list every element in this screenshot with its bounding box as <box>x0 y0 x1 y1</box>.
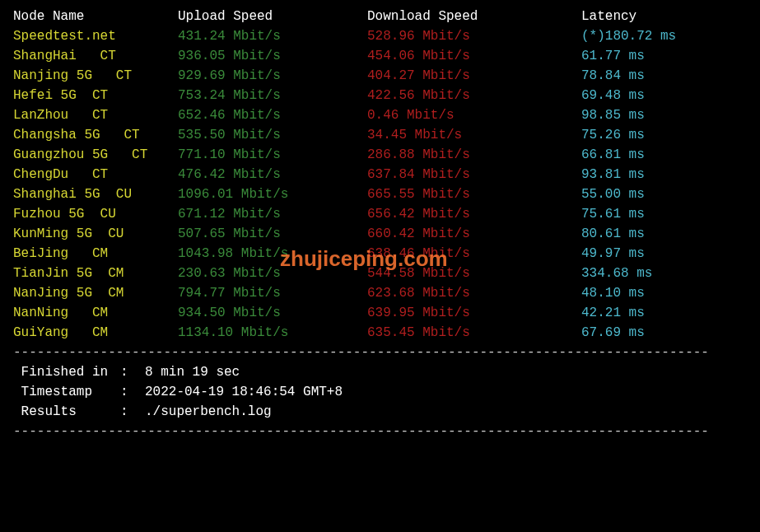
download-speed: 404.27 Mbit/s <box>367 66 581 86</box>
footer-results: Results : ./superbench.log <box>13 402 747 422</box>
node-name: ChengDu CT <box>13 165 178 184</box>
table-row: Shanghai 5G CU1096.01 Mbit/s665.55 Mbit/… <box>13 184 747 204</box>
download-speed: 665.55 Mbit/s <box>367 184 581 204</box>
table-row: Changsha 5G CT535.50 Mbit/s34.45 Mbit/s7… <box>13 125 747 145</box>
footer-sep: : <box>120 382 145 402</box>
upload-speed: 507.65 Mbit/s <box>178 224 367 244</box>
download-speed: 0.46 Mbit/s <box>367 105 581 125</box>
latency-value: 48.10 ms <box>581 283 645 303</box>
header-latency: Latency <box>581 7 636 26</box>
header-download: Download Speed <box>367 7 581 26</box>
upload-speed: 671.12 Mbit/s <box>178 204 367 224</box>
footer-timestamp: Timestamp : 2022-04-19 18:46:54 GMT+8 <box>13 382 747 402</box>
table-row: LanZhou CT652.46 Mbit/s0.46 Mbit/s98.85 … <box>13 105 747 125</box>
footer-finished-label: Finished in <box>13 362 120 382</box>
node-name: KunMing 5G CU <box>13 224 178 244</box>
upload-speed: 929.69 Mbit/s <box>178 66 367 86</box>
latency-value: 55.00 ms <box>581 184 645 204</box>
upload-speed: 753.24 Mbit/s <box>178 86 367 105</box>
download-speed: 638.46 Mbit/s <box>367 244 581 264</box>
table-row: ChengDu CT476.42 Mbit/s637.84 Mbit/s93.8… <box>13 165 747 184</box>
latency-value: 69.48 ms <box>581 86 645 105</box>
footer-results-value: ./superbench.log <box>145 402 272 422</box>
latency-value: 66.81 ms <box>581 145 645 165</box>
header-upload: Upload Speed <box>178 7 367 26</box>
upload-speed: 535.50 Mbit/s <box>178 125 367 145</box>
footer-timestamp-label: Timestamp <box>13 382 120 402</box>
table-row: Hefei 5G CT753.24 Mbit/s422.56 Mbit/s69.… <box>13 86 747 105</box>
table-row: NanNing CM934.50 Mbit/s639.95 Mbit/s42.2… <box>13 303 747 323</box>
upload-speed: 230.63 Mbit/s <box>178 264 367 283</box>
node-name: Hefei 5G CT <box>13 86 178 105</box>
latency-value: 98.85 ms <box>581 105 645 125</box>
latency-value: 42.21 ms <box>581 303 645 323</box>
speedtest-table-body: Speedtest.net431.24 Mbit/s528.96 Mbit/s(… <box>13 26 747 343</box>
table-row: ShangHai CT936.05 Mbit/s454.06 Mbit/s61.… <box>13 46 747 66</box>
node-name: TianJin 5G CM <box>13 264 178 283</box>
table-row: BeiJing CM1043.98 Mbit/s638.46 Mbit/s49.… <box>13 244 747 264</box>
upload-speed: 1134.10 Mbit/s <box>178 323 367 343</box>
download-speed: 660.42 Mbit/s <box>367 224 581 244</box>
divider-line: ----------------------------------------… <box>13 343 747 362</box>
upload-speed: 934.50 Mbit/s <box>178 303 367 323</box>
latency-value: (*)180.72 ms <box>581 26 676 46</box>
header-node: Node Name <box>13 7 178 26</box>
table-header-row: Node Name Upload Speed Download Speed La… <box>13 7 747 26</box>
node-name: Changsha 5G CT <box>13 125 178 145</box>
node-name: Guangzhou 5G CT <box>13 145 178 165</box>
download-speed: 639.95 Mbit/s <box>367 303 581 323</box>
table-row: Speedtest.net431.24 Mbit/s528.96 Mbit/s(… <box>13 26 747 46</box>
node-name: Shanghai 5G CU <box>13 184 178 204</box>
latency-value: 78.84 ms <box>581 66 645 86</box>
upload-speed: 476.42 Mbit/s <box>178 165 367 184</box>
download-speed: 635.45 Mbit/s <box>367 323 581 343</box>
download-speed: 656.42 Mbit/s <box>367 204 581 224</box>
download-speed: 286.88 Mbit/s <box>367 145 581 165</box>
node-name: Fuzhou 5G CU <box>13 204 178 224</box>
upload-speed: 936.05 Mbit/s <box>178 46 367 66</box>
node-name: NanJing 5G CM <box>13 283 178 303</box>
latency-value: 49.97 ms <box>581 244 645 264</box>
latency-value: 80.61 ms <box>581 224 645 244</box>
table-row: Guangzhou 5G CT771.10 Mbit/s286.88 Mbit/… <box>13 145 747 165</box>
footer-sep: : <box>120 402 145 422</box>
node-name: LanZhou CT <box>13 105 178 125</box>
latency-value: 75.26 ms <box>581 125 645 145</box>
upload-speed: 771.10 Mbit/s <box>178 145 367 165</box>
node-name: Speedtest.net <box>13 26 178 46</box>
node-name: NanNing CM <box>13 303 178 323</box>
latency-value: 93.81 ms <box>581 165 645 184</box>
upload-speed: 652.46 Mbit/s <box>178 105 367 125</box>
download-speed: 623.68 Mbit/s <box>367 283 581 303</box>
latency-value: 75.61 ms <box>581 204 645 224</box>
latency-value: 67.69 ms <box>581 323 645 343</box>
node-name: Nanjing 5G CT <box>13 66 178 86</box>
node-name: BeiJing CM <box>13 244 178 264</box>
footer-finished-value: 8 min 19 sec <box>145 362 240 382</box>
table-row: TianJin 5G CM230.63 Mbit/s544.58 Mbit/s3… <box>13 264 747 283</box>
table-row: GuiYang CM1134.10 Mbit/s635.45 Mbit/s67.… <box>13 323 747 343</box>
latency-value: 61.77 ms <box>581 46 645 66</box>
download-speed: 454.06 Mbit/s <box>367 46 581 66</box>
footer-finished: Finished in : 8 min 19 sec <box>13 362 747 382</box>
download-speed: 544.58 Mbit/s <box>367 264 581 283</box>
download-speed: 34.45 Mbit/s <box>367 125 581 145</box>
upload-speed: 431.24 Mbit/s <box>178 26 367 46</box>
table-row: Fuzhou 5G CU671.12 Mbit/s656.42 Mbit/s75… <box>13 204 747 224</box>
table-row: KunMing 5G CU507.65 Mbit/s660.42 Mbit/s8… <box>13 224 747 244</box>
footer-sep: : <box>120 362 145 382</box>
download-speed: 637.84 Mbit/s <box>367 165 581 184</box>
latency-value: 334.68 ms <box>581 264 652 283</box>
download-speed: 422.56 Mbit/s <box>367 86 581 105</box>
divider-line: ----------------------------------------… <box>13 422 747 441</box>
footer-results-label: Results <box>13 402 120 422</box>
upload-speed: 1096.01 Mbit/s <box>178 184 367 204</box>
upload-speed: 794.77 Mbit/s <box>178 283 367 303</box>
table-row: NanJing 5G CM794.77 Mbit/s623.68 Mbit/s4… <box>13 283 747 303</box>
upload-speed: 1043.98 Mbit/s <box>178 244 367 264</box>
table-row: Nanjing 5G CT929.69 Mbit/s404.27 Mbit/s7… <box>13 66 747 86</box>
node-name: ShangHai CT <box>13 46 178 66</box>
node-name: GuiYang CM <box>13 323 178 343</box>
download-speed: 528.96 Mbit/s <box>367 26 581 46</box>
footer-timestamp-value: 2022-04-19 18:46:54 GMT+8 <box>145 382 343 402</box>
